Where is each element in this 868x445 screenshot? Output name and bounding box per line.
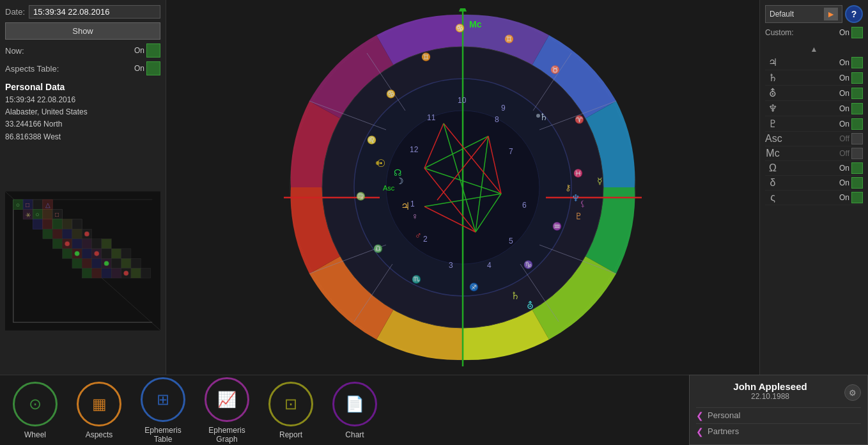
nav-circle-wheel: ⊙ bbox=[13, 382, 58, 426]
svg-text:Asc: Asc bbox=[383, 184, 395, 192]
now-toggle-btn[interactable] bbox=[146, 43, 160, 58]
partners-arrow-icon: ❮ bbox=[696, 426, 704, 437]
planet-state-chiron: On bbox=[839, 193, 849, 202]
svg-text:♎: ♎ bbox=[373, 244, 383, 253]
nav-item-wheel[interactable]: ⊙Wheel bbox=[13, 382, 58, 439]
planet-toggle-ascendant[interactable] bbox=[851, 133, 863, 144]
planet-row-jupiter: ♃On bbox=[765, 55, 863, 70]
svg-text:♀: ♀ bbox=[412, 211, 419, 221]
svg-point-135 bbox=[536, 114, 540, 118]
custom-label: Custom: bbox=[765, 28, 794, 37]
nav-item-ephemeris-table[interactable]: ⊞Ephemeris Table bbox=[141, 377, 185, 444]
date-input[interactable] bbox=[29, 5, 160, 19]
card-nav-personal[interactable]: ❮ Personal bbox=[696, 407, 861, 423]
planet-toggle-lilith[interactable] bbox=[851, 177, 863, 189]
scroll-up-arrow[interactable]: ▲ bbox=[765, 45, 863, 54]
custom-toggle-btn[interactable] bbox=[851, 27, 863, 38]
planet-symbol-chiron: ς bbox=[765, 192, 780, 203]
svg-point-57 bbox=[75, 251, 80, 256]
planet-toggle-node[interactable] bbox=[851, 162, 863, 174]
svg-text:♇: ♇ bbox=[575, 211, 583, 221]
planet-symbol-neptune: ♆ bbox=[765, 102, 780, 114]
show-button[interactable]: Show bbox=[5, 22, 160, 40]
svg-text:☿: ☿ bbox=[597, 176, 603, 186]
aspects-table-label: Aspects Table: bbox=[5, 64, 59, 74]
nav-circle-chart: 📄 bbox=[332, 382, 377, 426]
svg-text:♈: ♈ bbox=[575, 114, 584, 124]
aspects-table-toggle-btn[interactable] bbox=[146, 61, 160, 75]
planet-state-uranus: On bbox=[839, 89, 849, 98]
planet-toggle-uranus[interactable] bbox=[851, 88, 863, 99]
svg-text:⛢: ⛢ bbox=[527, 300, 534, 311]
svg-rect-30 bbox=[72, 238, 82, 248]
planet-toggle-jupiter[interactable] bbox=[851, 57, 863, 68]
svg-rect-43 bbox=[92, 258, 102, 268]
svg-text:4: 4 bbox=[487, 261, 492, 270]
planet-toggle-midheaven[interactable] bbox=[851, 148, 863, 159]
svg-point-59 bbox=[104, 261, 109, 266]
planet-list: ♃On♄On⛢On♆On♇OnAscOffMcOffΩOnδOnςOn bbox=[765, 55, 863, 205]
svg-rect-54 bbox=[141, 268, 150, 277]
personal-label: Personal bbox=[708, 410, 740, 420]
svg-text:6: 6 bbox=[522, 201, 527, 210]
now-state: On bbox=[134, 46, 144, 55]
svg-rect-49 bbox=[92, 268, 102, 277]
svg-text:⚹: ⚹ bbox=[26, 211, 31, 218]
default-dropdown[interactable]: Default ► bbox=[765, 5, 842, 23]
planet-toggle-chiron[interactable] bbox=[851, 192, 863, 203]
nav-item-aspects[interactable]: ▦Aspects bbox=[77, 382, 121, 439]
svg-rect-53 bbox=[131, 268, 141, 277]
right-panel: Default ► ? Custom: On ▲ ♃On♄On⛢On♆On♇On… bbox=[759, 0, 868, 375]
bottom-card: John Appleseed 22.10.1988 ⚙ ❮ Personal ❮… bbox=[689, 375, 868, 445]
planet-state-ascendant: Off bbox=[839, 134, 849, 143]
nav-circle-report: ⊡ bbox=[268, 382, 313, 426]
nav-circle-ephemeris-graph: 📈 bbox=[205, 377, 249, 422]
planet-row-lilith: δOn bbox=[765, 176, 863, 191]
svg-text:♂: ♂ bbox=[415, 230, 422, 240]
planet-state-pluto: On bbox=[839, 120, 849, 129]
nav-label-ephemeris-graph: Ephemeris Graph bbox=[208, 426, 245, 444]
card-settings-button[interactable]: ⚙ bbox=[844, 384, 861, 401]
svg-text:○: ○ bbox=[16, 201, 20, 208]
center-panel: Mc Asc 10 11 12 1 2 3 4 5 6 7 8 9 bbox=[166, 0, 759, 375]
svg-text:♏: ♏ bbox=[412, 274, 421, 284]
svg-text:♒: ♒ bbox=[552, 221, 562, 231]
nav-item-chart[interactable]: 📄Chart bbox=[332, 382, 377, 439]
nav-item-ephemeris-graph[interactable]: 📈Ephemeris Graph bbox=[205, 377, 249, 444]
svg-text:2: 2 bbox=[423, 235, 428, 244]
planet-symbol-saturn: ♄ bbox=[765, 72, 780, 84]
bottom-nav: ⊙Wheel▦Aspects⊞Ephemeris Table📈Ephemeris… bbox=[0, 375, 689, 445]
help-button[interactable]: ? bbox=[845, 5, 863, 23]
svg-text:○: ○ bbox=[35, 211, 39, 218]
personal-data-location: Alabaster, United States bbox=[5, 106, 160, 118]
svg-text:♉: ♉ bbox=[550, 65, 560, 74]
planet-toggle-saturn[interactable] bbox=[851, 72, 863, 84]
planet-toggle-pluto[interactable] bbox=[851, 118, 863, 130]
svg-text:3: 3 bbox=[449, 261, 453, 270]
planet-symbol-pluto: ♇ bbox=[765, 118, 780, 130]
nav-label-wheel: Wheel bbox=[24, 430, 46, 439]
card-date: 22.10.1988 bbox=[696, 392, 844, 401]
svg-text:1: 1 bbox=[410, 199, 415, 208]
card-header: John Appleseed 22.10.1988 ⚙ bbox=[696, 381, 861, 405]
svg-text:11: 11 bbox=[427, 113, 436, 122]
svg-rect-32 bbox=[92, 238, 102, 248]
date-label: Date: bbox=[5, 7, 25, 17]
svg-text:♐: ♐ bbox=[469, 282, 479, 292]
svg-rect-6 bbox=[33, 199, 42, 209]
svg-rect-31 bbox=[82, 238, 91, 248]
now-toggle-row: Now: On bbox=[5, 43, 160, 58]
planet-symbol-lilith: δ bbox=[765, 177, 780, 189]
planet-symbol-node: Ω bbox=[765, 162, 780, 174]
card-nav-partners[interactable]: ❮ Partners bbox=[696, 423, 861, 439]
svg-rect-24 bbox=[52, 229, 62, 238]
personal-data-datetime: 15:39:34 22.08.2016 bbox=[5, 94, 160, 106]
svg-text:□: □ bbox=[26, 201, 29, 208]
svg-text:□: □ bbox=[55, 211, 59, 218]
svg-text:12: 12 bbox=[410, 145, 419, 154]
right-top-bar: Default ► ? bbox=[765, 5, 863, 23]
planet-row-neptune: ♆On bbox=[765, 101, 863, 116]
planet-toggle-neptune[interactable] bbox=[851, 103, 863, 114]
nav-item-report[interactable]: ⊡Report bbox=[268, 382, 313, 439]
custom-toggle: On bbox=[839, 27, 863, 38]
